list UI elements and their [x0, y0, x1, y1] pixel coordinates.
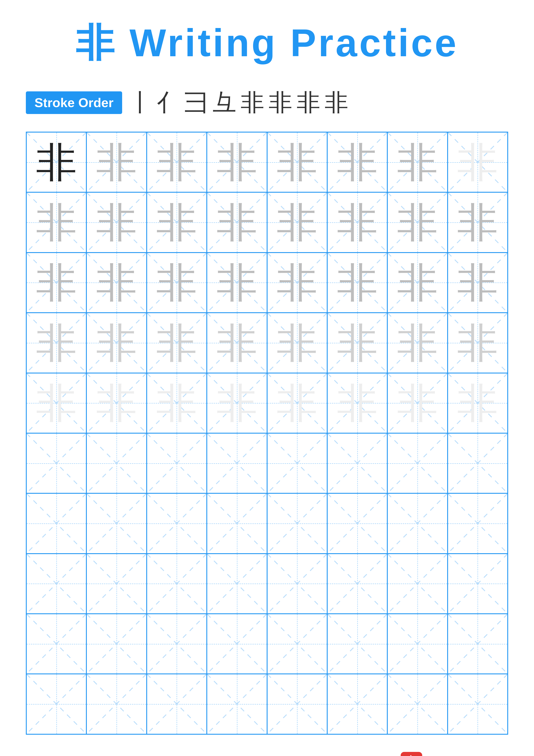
- grid-cell-7-0[interactable]: [26, 554, 87, 614]
- grid-cell-2-7[interactable]: 非: [447, 253, 508, 313]
- grid-cell-2-6[interactable]: 非: [387, 253, 447, 313]
- practice-char-4-6: 非: [397, 383, 438, 423]
- grid-cell-8-7[interactable]: [447, 614, 508, 674]
- grid-cell-4-5[interactable]: 非: [327, 373, 387, 433]
- grid-cell-2-5[interactable]: 非: [327, 253, 387, 313]
- grid-cell-7-7[interactable]: [447, 554, 508, 614]
- grid-cell-7-3[interactable]: [207, 554, 267, 614]
- grid-cell-6-6[interactable]: [387, 493, 447, 554]
- grid-cell-9-2[interactable]: [147, 674, 207, 734]
- grid-cell-6-1[interactable]: [87, 493, 146, 554]
- grid-cell-3-3[interactable]: 非: [207, 313, 267, 373]
- grid-cell-2-2[interactable]: 非: [147, 253, 207, 313]
- grid-cell-4-0[interactable]: 非: [26, 373, 87, 433]
- grid-row-4: 非非非非非非非非: [26, 373, 508, 433]
- grid-cell-6-2[interactable]: [147, 493, 207, 554]
- stroke-char-6: 非: [297, 87, 320, 119]
- grid-cell-8-2[interactable]: [147, 614, 207, 674]
- grid-cell-4-2[interactable]: 非: [147, 373, 207, 433]
- grid-cell-3-6[interactable]: 非: [387, 313, 447, 373]
- grid-cell-5-1[interactable]: [87, 433, 146, 493]
- svg-line-115: [87, 554, 146, 613]
- grid-cell-8-0[interactable]: [26, 614, 87, 674]
- grid-cell-3-2[interactable]: 非: [147, 313, 207, 373]
- grid-cell-7-2[interactable]: [147, 554, 207, 614]
- svg-line-110: [448, 494, 507, 553]
- grid-cell-3-4[interactable]: 非: [267, 313, 327, 373]
- grid-cell-1-4[interactable]: 非: [267, 192, 327, 252]
- practice-char-2-1: 非: [96, 262, 137, 303]
- grid-cell-4-6[interactable]: 非: [387, 373, 447, 433]
- svg-line-83: [87, 434, 146, 493]
- grid-cell-5-2[interactable]: [147, 433, 207, 493]
- grid-cell-1-2[interactable]: 非: [147, 192, 207, 252]
- grid-cell-1-0[interactable]: 非: [26, 192, 87, 252]
- svg-line-154: [328, 674, 387, 734]
- footer-brand: 字 StrokeOrder: [401, 752, 508, 756]
- grid-cell-8-4[interactable]: [267, 614, 327, 674]
- grid-cell-0-5[interactable]: 非: [327, 132, 387, 192]
- grid-cell-6-5[interactable]: [327, 493, 387, 554]
- grid-cell-3-1[interactable]: 非: [87, 313, 146, 373]
- grid-cell-3-5[interactable]: 非: [327, 313, 387, 373]
- grid-cell-5-4[interactable]: [267, 433, 327, 493]
- grid-cell-2-3[interactable]: 非: [207, 253, 267, 313]
- grid-cell-7-4[interactable]: [267, 554, 327, 614]
- grid-cell-1-1[interactable]: 非: [87, 192, 146, 252]
- stroke-char-5: 非: [268, 87, 292, 119]
- grid-cell-2-1[interactable]: 非: [87, 253, 146, 313]
- svg-line-98: [87, 494, 146, 553]
- grid-cell-9-6[interactable]: [387, 674, 447, 734]
- grid-cell-0-7[interactable]: 非: [447, 132, 508, 192]
- grid-cell-1-7[interactable]: 非: [447, 192, 508, 252]
- grid-cell-4-7[interactable]: 非: [447, 373, 508, 433]
- grid-cell-0-4[interactable]: 非: [267, 132, 327, 192]
- footer: https://www.strokeorder.com/chinese/非 字 …: [26, 735, 508, 756]
- grid-cell-8-1[interactable]: [87, 614, 146, 674]
- grid-cell-0-1[interactable]: 非: [87, 132, 146, 192]
- grid-cell-8-6[interactable]: [387, 614, 447, 674]
- grid-cell-1-3[interactable]: 非: [207, 192, 267, 252]
- grid-cell-0-2[interactable]: 非: [147, 132, 207, 192]
- grid-cell-9-4[interactable]: [267, 674, 327, 734]
- grid-cell-8-3[interactable]: [207, 614, 267, 674]
- grid-cell-0-6[interactable]: 非: [387, 132, 447, 192]
- grid-cell-8-5[interactable]: [327, 614, 387, 674]
- grid-cell-9-1[interactable]: [87, 674, 146, 734]
- grid-cell-4-1[interactable]: 非: [87, 373, 146, 433]
- grid-cell-9-3[interactable]: [207, 674, 267, 734]
- grid-cell-9-0[interactable]: [26, 674, 87, 734]
- grid-cell-6-0[interactable]: [26, 493, 87, 554]
- grid-cell-1-5[interactable]: 非: [327, 192, 387, 252]
- practice-char-3-7: 非: [457, 322, 498, 363]
- grid-cell-0-3[interactable]: 非: [207, 132, 267, 192]
- grid-cell-6-7[interactable]: [447, 493, 508, 554]
- grid-cell-3-7[interactable]: 非: [447, 313, 508, 373]
- grid-cell-3-0[interactable]: 非: [26, 313, 87, 373]
- grid-cell-0-0[interactable]: 非: [26, 132, 87, 192]
- grid-cell-5-6[interactable]: [387, 433, 447, 493]
- grid-cell-6-3[interactable]: [207, 493, 267, 554]
- grid-cell-7-1[interactable]: [87, 554, 146, 614]
- svg-line-127: [448, 554, 507, 613]
- grid-cell-2-4[interactable]: 非: [267, 253, 327, 313]
- grid-cell-4-4[interactable]: 非: [267, 373, 327, 433]
- brand-name: StrokeOrder: [426, 754, 508, 756]
- grid-cell-2-0[interactable]: 非: [26, 253, 87, 313]
- grid-cell-6-4[interactable]: [267, 493, 327, 554]
- svg-line-142: [448, 614, 507, 673]
- stroke-char-4: 非: [241, 87, 264, 119]
- grid-cell-9-7[interactable]: [447, 674, 508, 734]
- grid-cell-7-5[interactable]: [327, 554, 387, 614]
- grid-cell-9-5[interactable]: [327, 674, 387, 734]
- grid-cell-5-5[interactable]: [327, 433, 387, 493]
- grid-cell-5-0[interactable]: [26, 433, 87, 493]
- grid-cell-5-7[interactable]: [447, 433, 508, 493]
- grid-cell-5-3[interactable]: [207, 433, 267, 493]
- practice-char-1-7: 非: [457, 202, 498, 243]
- svg-line-134: [207, 614, 267, 673]
- grid-cell-4-3[interactable]: 非: [207, 373, 267, 433]
- svg-line-155: [328, 674, 387, 734]
- grid-cell-7-6[interactable]: [387, 554, 447, 614]
- grid-cell-1-6[interactable]: 非: [387, 192, 447, 252]
